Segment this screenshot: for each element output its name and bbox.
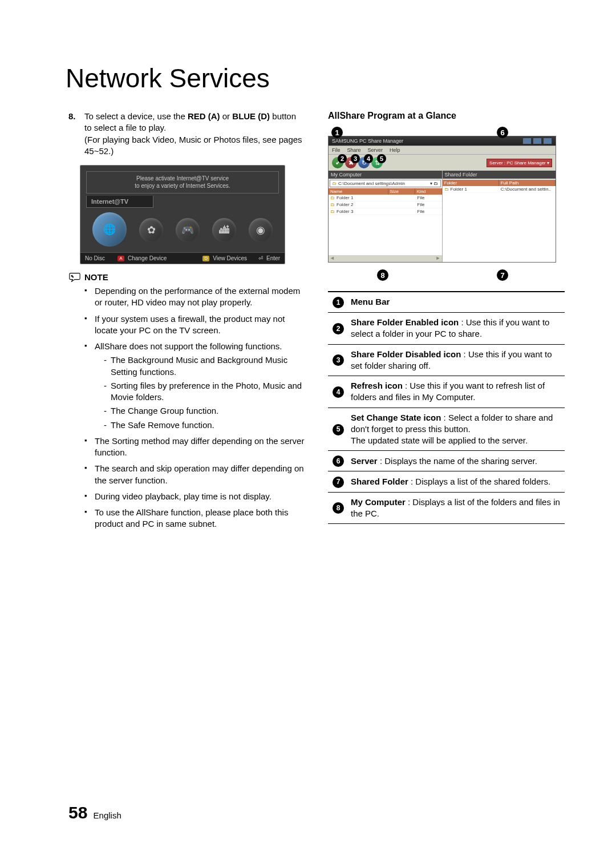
change-device-label: Change Device: [128, 255, 167, 261]
red-label: RED (A): [188, 111, 220, 121]
callout-6: 6: [497, 127, 508, 138]
minimize-icon: [522, 138, 532, 144]
sub-note: The Change Group function.: [104, 405, 305, 417]
table-row: 6Server : Displays the name of the shari…: [328, 451, 565, 471]
tv-msg-line1: Please activate Internet@TV service: [89, 175, 276, 183]
close-icon: [543, 138, 552, 144]
window-buttons: [522, 138, 552, 144]
pane-header: Shared Folder: [443, 171, 556, 179]
sub-note: The Background Music and Background Musi…: [104, 354, 305, 378]
callout-8: 8: [377, 269, 388, 281]
folder-icon: 🗀: [330, 195, 335, 200]
scrollbar: ◄►: [329, 255, 442, 262]
desc-plain: : Displays the name of the sharing serve…: [378, 456, 537, 466]
cell: [390, 195, 416, 201]
note-text: AllShare does not support the following …: [95, 341, 282, 351]
col-name: Name: [329, 188, 388, 195]
desc-cell: My Computer : Displays a list of the fol…: [348, 492, 565, 524]
callout-1: 1: [331, 127, 343, 138]
table-row: 4Refresh icon : Use this if you want to …: [328, 376, 565, 408]
step-text-a: To select a device, use the: [84, 111, 188, 121]
cell: File: [416, 208, 442, 215]
page-title: Network Services: [66, 63, 565, 94]
manual-page: Network Services 8. To select a device, …: [0, 0, 616, 535]
col-fullpath: Full Path: [499, 180, 556, 186]
shared-folder-pane: Shared Folder Folder Full Path 🗀Folder 1…: [442, 171, 556, 262]
app-icon: 🎮: [176, 218, 200, 242]
cell: File: [416, 195, 442, 201]
step-number: 8.: [68, 111, 80, 157]
app-icon: ✿: [139, 218, 163, 242]
maximize-icon: [533, 138, 542, 144]
desc-cell: Refresh icon : Use this if you want to r…: [348, 376, 565, 408]
cell: Folder 1: [337, 195, 353, 200]
num-badge: 4: [333, 386, 344, 398]
rows: 🗀Folder 1File 🗀Folder 2File 🗀Folder 3Fil…: [329, 195, 442, 255]
two-column-layout: 8. To select a device, use the RED (A) o…: [68, 111, 565, 535]
sub-note: Sorting files by preference in the Photo…: [104, 380, 305, 404]
window-titlebar: SAMSUNG PC Share Manager: [329, 136, 556, 146]
table-row: 2Share Folder Enabled icon : Use this if…: [328, 313, 565, 345]
view-devices-label: View Devices: [213, 255, 247, 261]
menu-help: Help: [390, 147, 400, 153]
desc-cell: Share Folder Disabled icon : Use this if…: [348, 344, 565, 376]
left-column: 8. To select a device, use the RED (A) o…: [68, 111, 305, 535]
table-row: 8My Computer : Displays a list of the fo…: [328, 492, 565, 524]
yellow-d-pill: D: [202, 256, 209, 261]
language-label: English: [94, 810, 121, 820]
app-icon: ◉: [249, 218, 273, 242]
cell: Folder 3: [337, 209, 353, 214]
page-number: 58: [68, 803, 87, 822]
note-item: Depending on the performance of the exte…: [84, 285, 305, 309]
note-item: To use the AllShare function, please pla…: [84, 507, 305, 530]
desc-bold: My Computer: [351, 497, 406, 507]
enter-label: Enter: [266, 255, 280, 261]
num-badge: 8: [333, 502, 344, 514]
note-item: The Sorting method may differ depending …: [84, 435, 305, 459]
column-headers: Name Size Kind: [329, 188, 442, 195]
globe-icon: 🌐: [92, 212, 127, 247]
cell: File: [416, 201, 442, 208]
red-a-pill: A: [117, 256, 124, 261]
step-text-line2: (For playing back Video, Music or Photos…: [84, 135, 302, 156]
tv-icon-row: 🌐 ✿ 🎮 🏙 ◉: [80, 208, 285, 252]
note-item: The search and skip operation may differ…: [84, 463, 305, 486]
table-row: 7Shared Folder : Displays a list of the …: [328, 471, 565, 492]
note-header: ✎ NOTE: [68, 272, 305, 282]
my-computer-pane: My Computer 🗀C:\Document and settings\Ad…: [329, 171, 442, 262]
table-row: 🗀Folder 1C:\Document and settin..: [443, 186, 556, 193]
col-folder: Folder: [443, 180, 499, 186]
desc-bold: Shared Folder: [351, 477, 408, 486]
desc-cell: Shared Folder : Displays a list of the s…: [348, 471, 565, 492]
no-disc-label: No Disc: [85, 255, 105, 261]
sub-notes: The Background Music and Background Musi…: [95, 354, 305, 431]
num-badge: 1: [333, 297, 344, 308]
column-headers: Folder Full Path: [443, 180, 556, 186]
num-badge: 5: [333, 424, 344, 435]
tv-bottom-bar: No Disc A Change Device D View Devices ⏎…: [80, 252, 285, 264]
note-item: AllShare does not support the following …: [84, 341, 305, 431]
step-text: To select a device, use the RED (A) or B…: [84, 111, 305, 157]
internet-tv-label: Internet@TV: [86, 196, 153, 208]
enter-icon: ⏎: [258, 255, 263, 261]
folder-icon: 🗀: [330, 202, 335, 207]
tv-screenshot: Please activate Internet@TV service to e…: [80, 165, 285, 264]
note-item: If your system uses a firewall, the prod…: [84, 313, 305, 337]
path-text: C:\Document and settings\Admin: [338, 181, 405, 186]
menu-file: File: [332, 147, 341, 153]
menu-server: Server: [368, 147, 383, 153]
folder-icon: 🗀: [332, 181, 337, 186]
desc-cell: Set Change State icon : Select a folder …: [348, 408, 565, 451]
right-column: AllShare Program at a Glance 1 2 3 4 5 6…: [328, 111, 565, 535]
folder-icon: 🗀: [444, 187, 449, 192]
cell: [390, 208, 416, 215]
table-row: 🗀Folder 1File: [329, 195, 442, 201]
menu-share: Share: [347, 147, 361, 153]
window-title: SAMSUNG PC Share Manager: [332, 138, 403, 144]
desc-cell: Menu Bar: [348, 292, 565, 313]
num-badge: 6: [333, 455, 344, 467]
callout-4: 4: [364, 154, 373, 163]
callout-desc-table: 1Menu Bar 2Share Folder Enabled icon : U…: [328, 292, 565, 524]
callout-3: 3: [351, 154, 360, 163]
svg-text:✎: ✎: [71, 273, 74, 279]
